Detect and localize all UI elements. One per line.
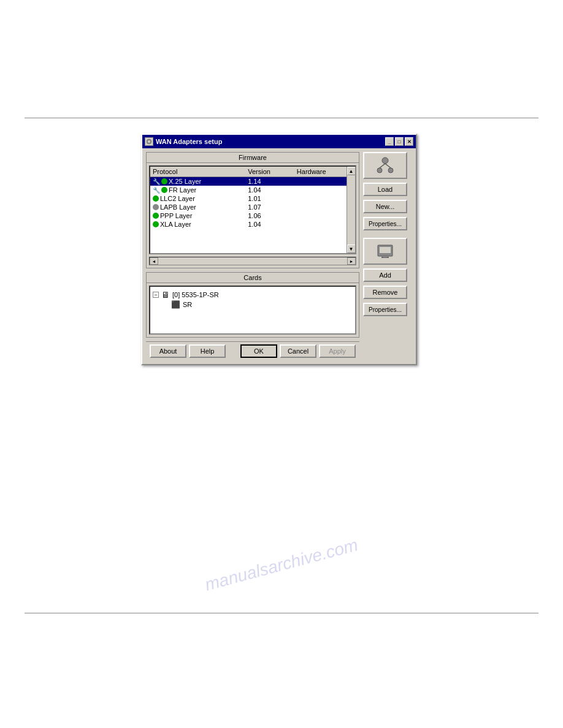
scroll-track [347, 175, 355, 245]
hardware-icon-button[interactable] [363, 238, 407, 265]
title-bar: WAN Adapters setup _ □ ✕ [142, 135, 416, 148]
table-row[interactable]: 🔧 FR Layer 1.04 [150, 186, 355, 194]
svg-point-3 [377, 168, 382, 173]
ok-button[interactable]: OK [240, 344, 277, 358]
cards-tree: − 🖥 [0] 5535-1P-SR ⬛ SR [149, 286, 356, 335]
tree-child-label: SR [183, 301, 192, 308]
card-icon: 🖥 [161, 290, 170, 300]
tree-root-item[interactable]: − 🖥 [0] 5535-1P-SR [153, 289, 353, 300]
dialog-main: Firmware Protocol Version Hardware [146, 152, 359, 360]
firmware-table-wrapper: Protocol Version Hardware [149, 165, 356, 254]
svg-rect-8 [380, 247, 391, 253]
bottom-rule [25, 613, 538, 613]
status-icon [153, 204, 159, 210]
col-protocol: Protocol [150, 167, 245, 177]
cards-section-header: Cards [147, 273, 359, 283]
dialog-content: Firmware Protocol Version Hardware [142, 148, 416, 364]
scroll-down-arrow[interactable]: ▼ [347, 245, 356, 253]
scroll-up-arrow[interactable]: ▲ [347, 167, 356, 175]
dialog-icon [145, 137, 153, 146]
version-cell: 1.04 [245, 186, 294, 194]
status-icon [161, 187, 167, 193]
protocol-cell: PPP Layer [150, 211, 245, 220]
properties-bottom-button[interactable]: Properties... [363, 303, 407, 316]
tree-root-label: [0] 5535-1P-SR [172, 291, 219, 298]
protocol-cell: LLC2 Layer [150, 194, 245, 203]
svg-point-4 [388, 168, 393, 173]
add-button[interactable]: Add [363, 268, 407, 282]
status-icon [153, 221, 159, 227]
dialog-right-panel: Load New... Properties... Add Remove Pro… [363, 152, 412, 360]
firmware-section: Firmware Protocol Version Hardware [146, 152, 359, 268]
firmware-table: Protocol Version Hardware [150, 167, 355, 229]
table-row[interactable]: PPP Layer 1.06 [150, 211, 355, 220]
col-version: Version [245, 167, 294, 177]
dialog-footer: About Help OK Cancel Apply [146, 341, 359, 360]
wan-adapters-dialog: WAN Adapters setup _ □ ✕ Firmware [141, 134, 417, 365]
svg-rect-10 [383, 256, 387, 257]
scroll-left-arrow[interactable]: ◄ [150, 257, 158, 265]
wrench-icon: 🔧 [153, 178, 160, 185]
scroll-right-arrow[interactable]: ► [347, 257, 356, 265]
version-cell: 1.04 [245, 220, 294, 229]
page: WAN Adapters setup _ □ ✕ Firmware [0, 0, 563, 728]
status-icon [153, 195, 159, 202]
help-button[interactable]: Help [189, 344, 226, 358]
minimize-button[interactable]: _ [385, 137, 394, 146]
status-icon [161, 178, 167, 184]
cancel-button[interactable]: Cancel [280, 344, 316, 358]
title-bar-controls: _ □ ✕ [385, 137, 413, 146]
scroll-h-track [158, 257, 347, 265]
properties-top-button[interactable]: Properties... [363, 217, 407, 230]
table-row[interactable]: LLC2 Layer 1.01 [150, 194, 355, 203]
table-row[interactable]: XLA Layer 1.04 [150, 220, 355, 229]
svg-line-5 [380, 164, 385, 168]
svg-point-1 [148, 140, 150, 143]
wrench-icon: 🔧 [153, 187, 160, 194]
close-button[interactable]: ✕ [405, 137, 413, 146]
top-rule [25, 118, 538, 118]
network-icon-button[interactable] [363, 152, 407, 179]
firmware-section-header: Firmware [147, 153, 359, 163]
about-button[interactable]: About [150, 344, 186, 358]
tree-expand-icon[interactable]: − [153, 292, 159, 298]
cards-section: Cards − 🖥 [0] 5535-1P-SR ⬛ SR [146, 272, 359, 338]
dialog-title: WAN Adapters setup [156, 138, 222, 145]
tree-child-item[interactable]: ⬛ SR [171, 300, 353, 309]
svg-line-6 [385, 164, 391, 168]
apply-button[interactable]: Apply [319, 344, 356, 358]
card-child-icon: ⬛ [171, 300, 180, 309]
version-cell: 1.14 [245, 177, 294, 186]
table-row[interactable]: LAPB Layer 1.07 [150, 203, 355, 211]
load-button[interactable]: Load [363, 183, 407, 196]
table-row[interactable]: 🔧 X.25 Layer 1.14 [150, 177, 355, 186]
version-cell: 1.07 [245, 203, 294, 211]
version-cell: 1.01 [245, 194, 294, 203]
protocol-cell: 🔧 FR Layer [150, 186, 245, 194]
protocol-cell: LAPB Layer [150, 203, 245, 211]
status-icon [153, 213, 159, 219]
protocol-cell: 🔧 X.25 Layer [150, 177, 245, 186]
title-bar-left: WAN Adapters setup [145, 137, 222, 146]
horizontal-scrollbar[interactable]: ◄ ► [149, 257, 356, 265]
svg-point-2 [382, 157, 388, 164]
maximize-button[interactable]: □ [395, 137, 404, 146]
vertical-scrollbar[interactable]: ▲ ▼ [347, 167, 355, 253]
version-cell: 1.06 [245, 211, 294, 220]
watermark: manualsarchive.com [203, 535, 360, 594]
remove-button[interactable]: Remove [363, 286, 407, 299]
new-button[interactable]: New... [363, 200, 407, 213]
protocol-cell: XLA Layer [150, 220, 245, 229]
